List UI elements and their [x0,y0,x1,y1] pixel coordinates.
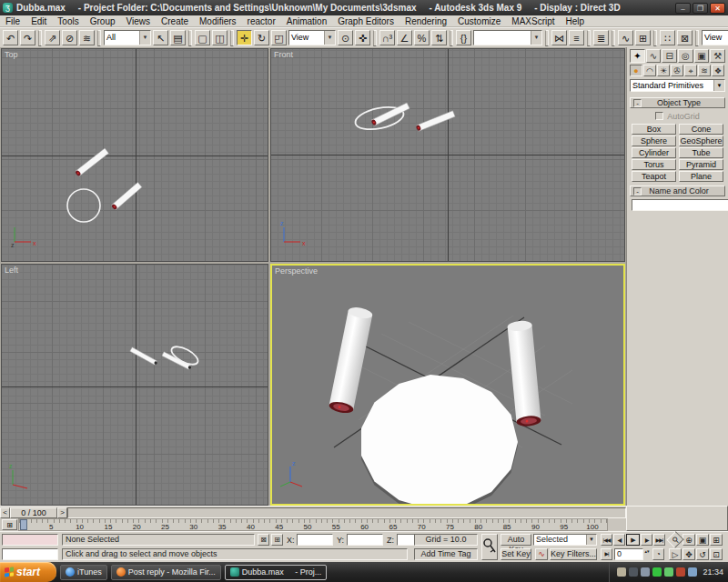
viewport-top-label[interactable]: Top [5,50,18,59]
zoom-all-icon[interactable]: ⊕ [682,534,695,546]
selection-filter-dropdown[interactable]: All [104,30,151,45]
select-and-rotate-icon[interactable]: ↻ [254,30,269,45]
x-coordinate-field[interactable] [297,534,333,546]
toolbar-icon[interactable] [695,30,699,46]
menu-item[interactable]: Group [85,16,121,26]
category-space-warps-icon[interactable]: ≋ [698,65,711,76]
tray-shield-icon[interactable] [688,567,697,577]
primitive-button[interactable]: Box [632,124,676,135]
current-frame-field[interactable]: 0 [614,548,643,560]
restore-button[interactable]: ❐ [693,3,708,14]
tab-create[interactable]: ✦ [630,49,645,63]
select-and-manipulate-icon[interactable]: ✜ [355,30,370,45]
play-button[interactable]: ▶ [626,534,640,546]
use-pivot-center-icon[interactable]: ⊙ [338,30,353,45]
tray-app-icon[interactable] [676,567,685,577]
toolbar-icon[interactable] [587,30,591,46]
menu-item[interactable]: Modifiers [194,16,242,26]
tab-utilities[interactable]: ⚒ [710,49,725,63]
named-selection-dropdown[interactable] [473,30,542,45]
category-systems-icon[interactable]: ❖ [712,65,724,76]
primitive-button[interactable]: Pyramid [679,159,723,170]
schematic-view-icon[interactable]: ⊞ [635,30,651,45]
viewport-perspective-active[interactable]: Perspective [270,264,625,506]
select-and-link-icon[interactable]: ⇗ [45,30,60,45]
select-object-icon[interactable]: ↖ [153,30,168,45]
time-slider-next-button[interactable]: > [57,507,67,518]
menu-item[interactable]: Create [156,16,194,26]
primitive-button[interactable]: Cone [679,124,723,135]
mirror-icon[interactable]: ⋈ [551,30,567,45]
bind-to-space-warp-icon[interactable]: ≋ [79,30,95,45]
category-cameras-icon[interactable]: ✇ [671,65,683,76]
go-to-start-button[interactable]: |◀◀ [601,534,612,546]
spinner-snap-icon[interactable]: ⇅ [431,30,447,45]
snaps-toggle-icon[interactable]: ∩³ [379,30,395,45]
key-mode-toggle[interactable]: ▶| [601,548,612,560]
select-by-name-icon[interactable]: ▤ [170,30,186,45]
time-slider-handle[interactable]: 0 / 100 [10,507,57,518]
frame-spinner[interactable]: ▴▾ [643,548,651,560]
auto-key-button[interactable]: Auto Key [500,534,531,546]
primitive-button[interactable]: Tube [679,147,723,158]
tab-hierarchy[interactable]: ⊟ [662,49,677,63]
redo-icon[interactable]: ↷ [20,30,35,45]
menu-item[interactable]: Rendering [399,16,452,26]
field-of-view-icon[interactable]: ▷ [669,548,682,560]
material-editor-icon[interactable]: ∷ [660,30,675,45]
toolbar-icon[interactable] [230,30,234,46]
reference-coordinate-dropdown[interactable]: View [288,30,336,45]
tray-msn-icon[interactable] [652,567,662,577]
category-shapes-icon[interactable]: ◠ [643,65,656,76]
primitive-button[interactable]: Torus [632,159,676,170]
primitive-type-dropdown[interactable]: Standard Primitives [630,79,725,92]
viewport-left[interactable]: Left z [1,264,268,506]
tab-modify[interactable]: ∿ [646,49,662,63]
primitive-button[interactable]: Cylinder [632,147,676,158]
category-lights-icon[interactable]: ☀ [657,65,670,76]
time-slider-prev-button[interactable]: < [0,507,10,518]
unlink-selection-icon[interactable]: ⊘ [62,30,77,45]
category-helpers-icon[interactable]: ⌖ [684,65,697,76]
tab-motion[interactable]: ◎ [678,49,693,63]
undo-icon[interactable]: ↶ [3,30,18,45]
set-key-button[interactable]: Set Key [500,548,531,560]
tray-messenger-icon[interactable] [664,567,673,577]
primitive-button[interactable]: Sphere [632,135,676,146]
track-bar-ruler[interactable]: 0510152025303540455055606570758085909510… [18,518,608,531]
select-and-move-icon[interactable]: ✛ [237,30,252,45]
maximize-viewport-icon[interactable]: ⊡ [710,548,723,560]
toolbar-icon[interactable] [188,30,192,46]
next-frame-button[interactable]: |▶ [641,534,652,546]
toolbar-icon[interactable] [373,30,377,46]
rectangular-selection-icon[interactable]: ▢ [195,30,210,45]
menu-item[interactable]: Graph Editors [332,16,399,26]
category-geometry-icon[interactable]: ● [630,65,642,76]
layer-manager-icon[interactable]: ≣ [593,30,609,45]
toolbar-icon[interactable] [545,30,549,46]
viewport-left-label[interactable]: Left [5,266,18,275]
arc-rotate-icon[interactable]: ↺ [696,548,709,560]
tray-help-icon[interactable] [617,567,626,577]
viewport-front-label[interactable]: Front [274,50,293,59]
viewport-top[interactable]: Top zx [1,48,268,262]
primitive-button[interactable]: GeoSphere [679,135,723,146]
toolbar-icon[interactable] [450,30,453,46]
toolbar-icon[interactable] [38,30,42,46]
angle-snap-icon[interactable]: ∠ [397,30,412,45]
object-type-rollout-header[interactable]: - Object Type [630,97,725,108]
minimize-button[interactable]: – [675,3,691,14]
primitive-button[interactable]: Plane [679,171,723,182]
render-preset-dropdown[interactable]: View [702,30,728,45]
window-crossing-icon[interactable]: ◫ [212,30,228,45]
primitive-button[interactable]: Teapot [632,171,676,182]
tab-display[interactable]: ▣ [694,49,710,63]
previous-frame-button[interactable]: ◀| [613,534,625,546]
pan-icon[interactable]: ✥ [682,548,695,560]
zoom-icon[interactable]: ⚲ [666,531,683,548]
set-keys-key-icon[interactable] [481,534,498,560]
task-3dsmax[interactable]: Dubba.max - Proj... [225,565,328,580]
menu-item[interactable]: Tools [52,16,84,26]
menu-item[interactable]: Help [561,16,591,26]
select-and-scale-icon[interactable]: ◰ [271,30,287,45]
